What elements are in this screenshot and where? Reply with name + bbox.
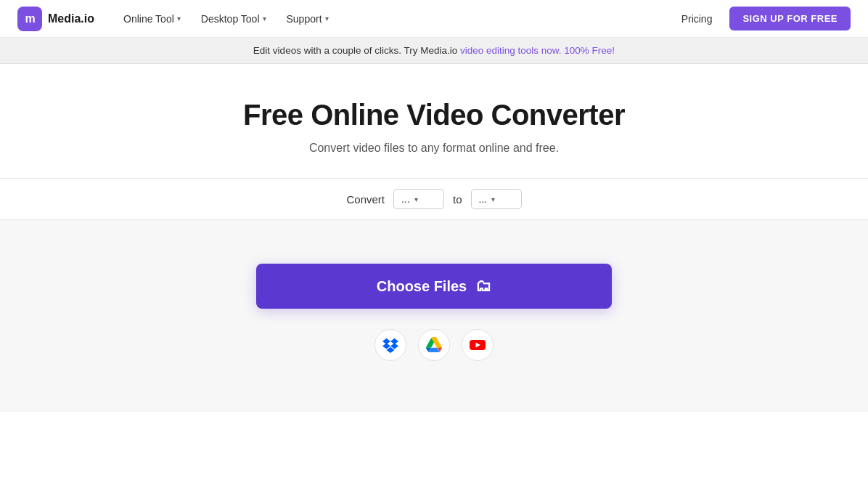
dropbox-source-button[interactable] — [374, 329, 406, 361]
to-format-value: ... — [479, 193, 488, 205]
google-drive-icon — [426, 337, 442, 353]
online-tool-chevron-icon: ▾ — [177, 15, 181, 23]
youtube-icon — [469, 336, 486, 354]
signup-button[interactable]: SIGN UP FOR FREE — [729, 7, 851, 31]
to-format-chevron-icon: ▾ — [491, 195, 495, 203]
to-label: to — [453, 193, 462, 206]
cloud-sources — [374, 329, 494, 361]
from-format-chevron-icon: ▾ — [414, 195, 418, 203]
from-format-value: ... — [401, 193, 410, 205]
to-format-select[interactable]: ... ▾ — [471, 189, 522, 209]
folder-icon: 🗂 — [475, 277, 491, 296]
desktop-tool-chevron-icon: ▾ — [263, 15, 266, 23]
pricing-link[interactable]: Pricing — [676, 9, 718, 29]
convert-bar: Convert ... ▾ to ... ▾ — [0, 178, 868, 220]
choose-files-button[interactable]: Choose Files 🗂 — [256, 264, 612, 309]
nav-support[interactable]: Support ▾ — [278, 9, 337, 29]
from-format-select[interactable]: ... ▾ — [393, 189, 444, 209]
announcement-text: Edit videos with a couple of clicks. Try… — [253, 45, 460, 56]
choose-files-label: Choose Files — [377, 278, 467, 295]
support-label: Support — [287, 13, 322, 25]
upload-area: Choose Files 🗂 — [0, 220, 868, 412]
navbar-links: Online Tool ▾ Desktop Tool ▾ Support ▾ — [115, 9, 676, 29]
logo-icon: m — [17, 7, 42, 31]
hero-title: Free Online Video Converter — [17, 99, 851, 131]
hero-section: Free Online Video Converter Convert vide… — [0, 64, 868, 178]
dropbox-icon — [382, 337, 398, 353]
google-drive-source-button[interactable] — [418, 329, 450, 361]
convert-label: Convert — [346, 193, 385, 206]
support-chevron-icon: ▾ — [325, 15, 329, 23]
navbar: m Media.io Online Tool ▾ Desktop Tool ▾ … — [0, 0, 868, 38]
desktop-tool-label: Desktop Tool — [201, 13, 260, 25]
nav-online-tool[interactable]: Online Tool ▾ — [115, 9, 189, 29]
youtube-source-button[interactable] — [462, 329, 494, 361]
announcement-link[interactable]: video editing tools now. 100% Free! — [460, 45, 615, 56]
logo-link[interactable]: m Media.io — [17, 7, 94, 31]
online-tool-label: Online Tool — [123, 13, 174, 25]
nav-desktop-tool[interactable]: Desktop Tool ▾ — [192, 9, 275, 29]
announcement-banner: Edit videos with a couple of clicks. Try… — [0, 38, 868, 64]
logo-text: Media.io — [48, 12, 94, 25]
navbar-right: Pricing SIGN UP FOR FREE — [676, 7, 851, 31]
hero-subtitle: Convert video files to any format online… — [17, 142, 851, 155]
